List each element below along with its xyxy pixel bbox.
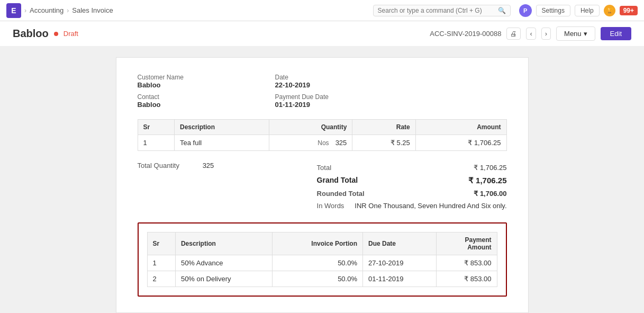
items-table: Sr Description Quantity Rate Amount 1 Te… xyxy=(138,119,507,151)
grand-total-row: Grand Total ₹ 1,706.25 xyxy=(317,174,507,187)
print-button[interactable]: 🖨 xyxy=(506,28,521,40)
search-icon: 🔍 xyxy=(498,7,506,14)
notification-badge[interactable]: 99+ xyxy=(620,6,638,15)
document-id: ACC-SINV-2019-00088 xyxy=(430,30,501,38)
content-area: Customer Name Babloo Date 22-10-2019 Con… xyxy=(0,47,644,313)
items-table-header: Sr Description Quantity Rate Amount xyxy=(138,120,506,135)
col-sr: Sr xyxy=(138,120,174,135)
item-sr: 1 xyxy=(138,135,174,151)
total-qty-label: Total Quantity xyxy=(138,162,180,169)
pay-due-date: 27-10-2019 xyxy=(363,255,437,271)
item-quantity: Nos325 xyxy=(269,135,352,151)
pay-amount: ₹ 853.00 xyxy=(436,271,497,287)
chevron-down-icon: ▾ xyxy=(584,30,587,38)
notification-icon[interactable]: 🏆 xyxy=(604,5,615,16)
date-label: Date xyxy=(275,74,381,81)
payment-due-label: Payment Due Date xyxy=(275,93,381,101)
date-field: Date 22-10-2019 xyxy=(275,74,381,89)
payment-due-field: Payment Due Date 01-11-2019 xyxy=(275,93,381,109)
breadcrumb-sales-invoice[interactable]: Sales Invoice xyxy=(72,6,113,14)
item-description: Tea full xyxy=(174,135,269,151)
prev-button[interactable]: ‹ xyxy=(526,28,536,40)
navbar: E › Accounting › Sales Invoice 🔍 P Setti… xyxy=(0,0,644,21)
customer-name-value: Babloo xyxy=(138,81,243,89)
page-title: Babloo xyxy=(13,28,49,40)
pay-col-portion: Invoice Portion xyxy=(273,232,363,255)
settings-button[interactable]: Settings xyxy=(536,5,570,16)
search-bar[interactable]: 🔍 xyxy=(373,5,511,16)
total-quantity-block: Total Quantity 325 xyxy=(138,162,214,169)
total-value: ₹ 1,706.25 xyxy=(454,164,507,172)
navbar-right: P Settings Help 🏆 99+ xyxy=(519,4,638,17)
total-qty-value: 325 xyxy=(203,162,214,169)
user-avatar: P xyxy=(519,4,532,17)
date-value: 22-10-2019 xyxy=(275,81,381,89)
pay-sr: 1 xyxy=(147,255,175,271)
rounded-total-label: Rounded Total xyxy=(317,190,365,198)
invoice-fields-row: Customer Name Babloo Date 22-10-2019 xyxy=(138,74,507,89)
pay-description: 50% Advance xyxy=(175,255,272,271)
edit-button[interactable]: Edit xyxy=(601,27,631,40)
table-row: 1 Tea full Nos325 ₹ 5.25 ₹ 1,706.25 xyxy=(138,135,506,151)
col-rate: Rate xyxy=(352,120,415,135)
payment-due-value: 01-11-2019 xyxy=(275,101,381,109)
sep2: › xyxy=(67,7,69,14)
contact-label: Contact xyxy=(138,93,243,101)
item-rate: ₹ 5.25 xyxy=(352,135,415,151)
rounded-total-row: Rounded Total ₹ 1,706.00 xyxy=(317,187,507,200)
pay-description: 50% on Delivery xyxy=(175,271,272,287)
table-row: 2 50% on Delivery 50.0% 01-11-2019 ₹ 853… xyxy=(147,271,497,287)
status-dot xyxy=(54,32,58,36)
item-amount: ₹ 1,706.25 xyxy=(415,135,506,151)
pay-amount: ₹ 853.00 xyxy=(436,255,497,271)
help-button[interactable]: Help xyxy=(575,5,600,16)
sep1: › xyxy=(24,7,26,14)
pay-portion: 50.0% xyxy=(273,255,363,271)
pay-sr: 2 xyxy=(147,271,175,287)
payment-schedule: Sr Description Invoice Portion Due Date … xyxy=(138,222,507,297)
col-amount: Amount xyxy=(415,120,506,135)
next-button[interactable]: › xyxy=(541,28,551,40)
breadcrumb-accounting[interactable]: Accounting xyxy=(30,6,64,14)
payment-table: Sr Description Invoice Portion Due Date … xyxy=(147,232,497,287)
pay-col-sr: Sr xyxy=(147,232,175,255)
payment-table-header: Sr Description Invoice Portion Due Date … xyxy=(147,232,497,255)
customer-name-label: Customer Name xyxy=(138,74,243,81)
total-label: Total xyxy=(317,164,331,172)
total-row: Total ₹ 1,706.25 xyxy=(317,162,507,174)
invoice-fields-row2: Contact Babloo Payment Due Date 01-11-20… xyxy=(138,93,507,109)
col-quantity: Quantity xyxy=(269,120,352,135)
invoice-card: Customer Name Babloo Date 22-10-2019 Con… xyxy=(116,57,529,313)
grand-total-label: Grand Total xyxy=(317,176,358,185)
contact-field: Contact Babloo xyxy=(138,93,243,109)
table-row: 1 50% Advance 50.0% 27-10-2019 ₹ 853.00 xyxy=(147,255,497,271)
totals-section: Total Quantity 325 Total ₹ 1,706.25 Gran… xyxy=(138,162,507,212)
status-badge: Draft xyxy=(64,30,78,38)
col-description: Description xyxy=(174,120,269,135)
pay-portion: 50.0% xyxy=(273,271,363,287)
rounded-total-value: ₹ 1,706.00 xyxy=(454,190,507,198)
totals-right: Total ₹ 1,706.25 Grand Total ₹ 1,706.25 … xyxy=(317,162,507,212)
page-header: Babloo Draft ACC-SINV-2019-00088 🖨 ‹ › M… xyxy=(0,21,644,47)
in-words-row: In Words INR One Thousand, Seven Hundred… xyxy=(317,200,507,212)
header-actions: ACC-SINV-2019-00088 🖨 ‹ › Menu ▾ Edit xyxy=(430,26,631,41)
in-words-value: INR One Thousand, Seven Hundred And Six … xyxy=(355,202,506,210)
pay-col-description: Description xyxy=(175,232,272,255)
in-words-label: In Words xyxy=(317,202,344,210)
contact-value: Babloo xyxy=(138,101,243,109)
brand-logo: E xyxy=(6,3,21,18)
search-input[interactable] xyxy=(378,7,495,14)
grand-total-value: ₹ 1,706.25 xyxy=(454,176,507,185)
pay-col-due-date: Due Date xyxy=(363,232,437,255)
customer-name-field: Customer Name Babloo xyxy=(138,74,243,89)
title-area: Babloo Draft xyxy=(13,28,78,40)
pay-due-date: 01-11-2019 xyxy=(363,271,437,287)
menu-button[interactable]: Menu ▾ xyxy=(556,26,595,41)
pay-col-amount: PaymentAmount xyxy=(436,232,497,255)
